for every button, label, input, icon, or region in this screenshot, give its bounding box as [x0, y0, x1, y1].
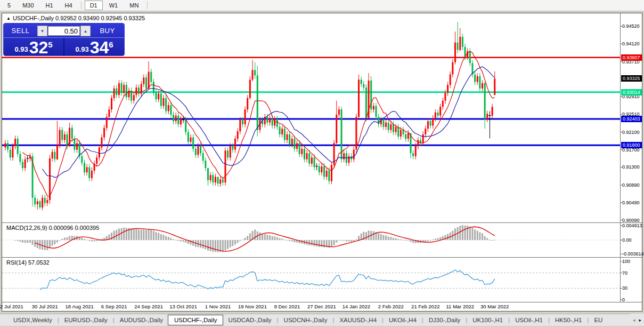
toolbar-separator: [147, 2, 148, 9]
price-chart[interactable]: [2, 13, 642, 311]
tab-separator: |: [422, 317, 423, 323]
one-click-trade-panel: SELL ▼ ▲ BUY 0.93 32 5 0.93 34 6: [3, 23, 125, 56]
date-tick: 11 Mar 2022: [442, 304, 479, 309]
date-tick: 21 Feb 2022: [407, 304, 444, 309]
current-price-badge: 0.93325: [621, 75, 642, 82]
date-tick: 12 Jul 2021: [0, 304, 29, 309]
rsi-label: RSI(14) 57.0532: [6, 259, 50, 266]
sell-price[interactable]: 0.93 32 5: [4, 38, 64, 56]
tab-separator: |: [548, 317, 550, 323]
tab-separator: |: [587, 317, 589, 323]
triangle-up-icon: ▲: [6, 16, 11, 21]
macd-axis-tick: 0.00: [622, 237, 632, 243]
rsi-axis-tick: 100: [622, 259, 630, 264]
date-tick: 8 Dec 2021: [268, 304, 306, 309]
sell-price-sup: 5: [48, 40, 52, 49]
tab-audusd-daily[interactable]: AUDUSD-,Daily: [115, 315, 168, 325]
date-tick: 13 Oct 2021: [165, 304, 202, 309]
timeframe-5[interactable]: 5: [2, 1, 16, 10]
price-tick: 0.94520: [622, 23, 640, 29]
tab-separator: |: [113, 317, 115, 323]
date-tick: 1 Nov 2021: [199, 304, 237, 309]
macd-label: MACD(12,26,9) 0.000096 0.000395: [6, 225, 99, 231]
level-green-badge: 0.93014: [621, 89, 642, 95]
tab-usdx-weekly[interactable]: USDX,Weekly: [9, 315, 57, 325]
toolbar-separator: [81, 2, 81, 9]
timeframe-H4[interactable]: H4: [60, 1, 78, 10]
tab-dj30-daily[interactable]: DJ30-,Daily: [424, 315, 465, 325]
price-tick: 0.91300: [622, 164, 640, 170]
tab-eurusd-daily[interactable]: EURUSD-,Daily: [60, 315, 112, 325]
macd-values: 0.000096 0.000395: [48, 225, 99, 231]
sell-price-big: 32: [29, 39, 48, 55]
timeframe-D1[interactable]: D1: [85, 1, 103, 10]
level-blue1-badge: 0.92403: [621, 116, 642, 122]
tab-eu[interactable]: EU: [589, 315, 607, 325]
chart-window: ▲USDCHF-,Daily 0.92952 0.93490 0.92945 0…: [2, 13, 642, 312]
tab-usdcnh-daily[interactable]: USDCNH-,Daily: [279, 315, 332, 325]
volume-stepper: ▼ ▲: [37, 23, 91, 37]
tab-separator: |: [277, 317, 279, 323]
tab-scroll-right-icon[interactable]: ▸: [639, 317, 641, 323]
chart-tabbar: USDX,Weekly|EURUSD-,Daily|AUDUSD-,DailyU…: [0, 314, 644, 326]
tab-uk100-h1[interactable]: UK100-,H1: [468, 315, 508, 325]
date-tick: 19 Nov 2021: [234, 304, 271, 309]
date-tick: 2 Feb 2022: [372, 304, 410, 309]
buy-price-big: 34: [90, 39, 109, 55]
sell-button[interactable]: SELL: [4, 23, 37, 37]
trading-terminal: 5M30H1H4D1W1MN ▲USDCHF-,Daily 0.92952 0.…: [0, 0, 644, 327]
price-tick: 0.90090: [622, 218, 640, 223]
tab-scroll-left-icon[interactable]: ◂: [633, 317, 635, 323]
macd-axis-tick: 0.004913: [622, 223, 642, 228]
tab-separator: |: [382, 317, 384, 323]
rsi-axis-tick: 70: [622, 270, 627, 276]
date-tick: 6 Sep 2021: [95, 304, 133, 309]
tab-xauusd-h4[interactable]: XAUUSD-,H4: [335, 315, 381, 325]
tab-separator: |: [508, 317, 510, 323]
tab-scroll-arrows: ◂ ▸: [630, 314, 644, 326]
chart-title: ▲USDCHF-,Daily 0.92952 0.93490 0.92945 0…: [6, 15, 145, 21]
volume-input[interactable]: [48, 26, 80, 36]
macd-name: MACD(12,26,9): [6, 225, 47, 231]
price-tick: 0.90490: [622, 200, 640, 205]
tab-usdcad-daily[interactable]: USDCAD-,Daily: [223, 315, 276, 325]
level-blue2-badge: 0.91800: [621, 142, 642, 148]
rsi-axis-tick: 30: [622, 285, 627, 291]
price-tick: 0.94120: [622, 41, 640, 46]
price-tick: 0.90890: [622, 182, 640, 188]
date-tick: 24 Sep 2021: [130, 304, 167, 309]
macd-axis-tick: -0.003614: [622, 251, 644, 257]
sell-price-prefix: 0.93: [14, 45, 28, 53]
timeframe-MN[interactable]: MN: [124, 1, 144, 10]
buy-price[interactable]: 0.93 34 6: [64, 38, 124, 56]
buy-button[interactable]: BUY: [91, 23, 124, 37]
chart-title-quotes: 0.92952 0.93490 0.92945 0.93325: [55, 15, 145, 21]
date-tick: 27 Dec 2021: [303, 304, 340, 309]
resistance-badge: 0.93807: [621, 54, 642, 61]
volume-increase-button[interactable]: ▲: [80, 26, 91, 36]
chart-title-symbol: USDCHF-,Daily: [13, 15, 54, 21]
rsi-name: RSI(14): [6, 259, 27, 266]
tab-separator: |: [58, 317, 59, 323]
tab-separator: |: [332, 317, 334, 323]
timeframe-M30[interactable]: M30: [17, 1, 39, 10]
rsi-axis-tick: 0: [622, 297, 625, 302]
timeframe-H1[interactable]: H1: [40, 1, 59, 10]
timeframe-W1[interactable]: W1: [104, 1, 124, 10]
rsi-value: 57.0532: [28, 259, 50, 266]
tab-separator: |: [466, 317, 467, 323]
tab-ukoil-h4[interactable]: UKOil-,H4: [384, 315, 421, 325]
price-tick: 0.92100: [622, 130, 640, 135]
date-tick: 30 Jul 2021: [26, 304, 63, 309]
volume-decrease-button[interactable]: ▼: [37, 26, 47, 36]
tab-usoil-h1[interactable]: USOil-,H1: [510, 315, 548, 325]
date-tick: 14 Jan 2022: [338, 304, 375, 309]
timeframe-toolbar: 5M30H1H4D1W1MN: [0, 0, 644, 11]
tab-usdchf-daily[interactable]: USDCHF-,Daily: [168, 315, 224, 325]
buy-price-prefix: 0.93: [75, 45, 88, 53]
tab-hk50-h1[interactable]: HK50-,H1: [550, 315, 587, 325]
date-tick: 30 Mar 2022: [476, 304, 513, 309]
date-tick: 18 Aug 2021: [61, 304, 98, 309]
buy-price-sup: 6: [109, 40, 113, 49]
